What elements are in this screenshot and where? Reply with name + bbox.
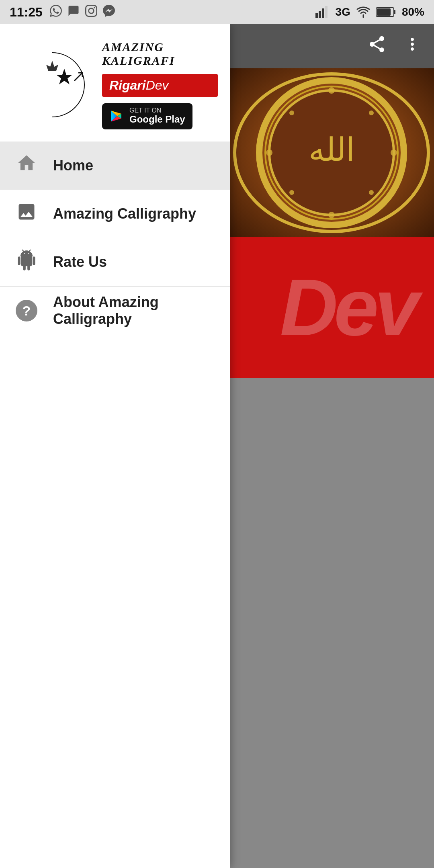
svg-point-12 (266, 149, 272, 156)
share-icon[interactable] (367, 35, 387, 58)
network-type: 3G (336, 6, 350, 18)
messenger-icon (103, 5, 115, 20)
svg-rect-5 (394, 10, 395, 14)
wifi-icon (356, 6, 371, 18)
android-icon (16, 250, 37, 275)
svg-rect-2 (322, 8, 324, 18)
home-icon (16, 153, 37, 178)
svg-point-10 (328, 87, 335, 94)
svg-point-7 (259, 80, 404, 225)
svg-point-13 (391, 149, 397, 156)
question-icon: ? (16, 300, 37, 321)
message-icon (68, 5, 80, 20)
top-action-bar (229, 24, 434, 68)
svg-rect-1 (319, 11, 321, 18)
svg-rect-0 (315, 13, 318, 18)
status-icons (50, 5, 115, 20)
status-left: 11:25 (10, 5, 115, 20)
svg-text:الله: الله (309, 132, 355, 168)
battery-level: 80% (402, 6, 424, 18)
svg-rect-6 (377, 8, 391, 16)
dev-text-badge: Dev (146, 78, 169, 92)
svg-point-17 (369, 190, 374, 195)
signal-icon (315, 6, 330, 18)
status-right: 3G 80% (315, 6, 424, 18)
header-right: AMAZING KALIGRAFI RigariDev (102, 40, 218, 129)
status-time: 11:25 (10, 5, 43, 20)
google-play-button[interactable]: GET IT ON Google Play (102, 103, 192, 129)
svg-point-8 (265, 86, 398, 219)
menu-item-rate-us[interactable]: Rate Us (0, 238, 230, 287)
svg-rect-3 (325, 6, 328, 18)
get-it-on-label: GET IT ON (129, 107, 185, 114)
svg-point-11 (328, 212, 335, 218)
play-text: GET IT ON Google Play (129, 107, 185, 125)
svg-point-15 (369, 111, 374, 115)
svg-point-9 (269, 90, 394, 215)
image-icon (16, 201, 37, 227)
app-logo: الله (12, 45, 92, 125)
menu-item-home[interactable]: Home (0, 142, 230, 190)
about-label: About Amazing Calligraphy (53, 294, 215, 328)
home-icon-wrap (14, 154, 39, 178)
whatsapp-icon (50, 5, 62, 20)
calligraphy-image: الله (229, 68, 434, 237)
gray-area (229, 378, 434, 868)
svg-marker-19 (56, 69, 72, 84)
calligraphy-icon-wrap (14, 202, 39, 226)
more-options-icon[interactable] (403, 35, 422, 58)
battery-icon (376, 7, 396, 17)
svg-point-14 (289, 111, 294, 115)
rate-us-label: Rate Us (53, 254, 107, 270)
instagram-icon (85, 5, 97, 20)
navigation-drawer: الله AMAZING KALIGRAFI RigariDev (0, 24, 230, 868)
home-label: Home (53, 157, 93, 174)
status-bar: 11:25 (0, 0, 434, 24)
rate-us-icon-wrap (14, 250, 39, 274)
svg-point-16 (289, 190, 294, 195)
amazing-calligraphy-label: Amazing Calligraphy (53, 205, 196, 222)
drawer-header: الله AMAZING KALIGRAFI RigariDev (0, 24, 230, 142)
about-icon-wrap: ? (14, 299, 39, 323)
dev-image: Dev (229, 237, 434, 378)
rigari-text: Rigari (109, 78, 146, 92)
app-title: AMAZING KALIGRAFI (102, 40, 218, 68)
rigaridev-badge[interactable]: RigariDev (102, 74, 218, 97)
drawer-menu: Home Amazing Calligraphy (0, 142, 230, 868)
menu-item-amazing-calligraphy[interactable]: Amazing Calligraphy (0, 190, 230, 238)
google-play-icon (109, 109, 124, 123)
svg-text:الله: الله (40, 76, 55, 87)
calligraphy-decoration: الله (229, 68, 434, 237)
dev-text: Dev (280, 261, 416, 354)
menu-item-about[interactable]: ? About Amazing Calligraphy (0, 287, 230, 335)
google-play-label: Google Play (129, 114, 185, 125)
